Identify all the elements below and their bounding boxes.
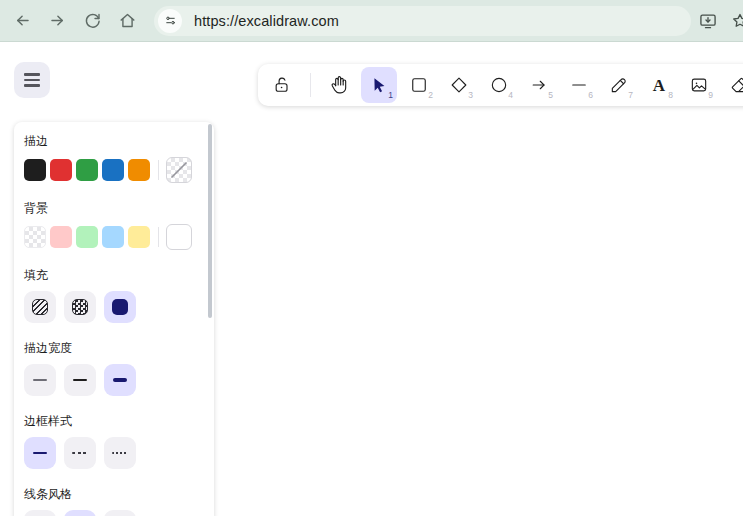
- stroke-style-solid-button[interactable]: [24, 437, 56, 469]
- url-text[interactable]: https://excalidraw.com: [194, 13, 339, 29]
- site-settings-button[interactable]: [158, 9, 182, 33]
- tool-diamond[interactable]: 3: [441, 67, 477, 103]
- tool-image[interactable]: 9: [681, 67, 717, 103]
- crosshatch-icon: [72, 299, 88, 315]
- solid-fill-icon: [112, 299, 128, 315]
- eraser-icon: [729, 75, 743, 95]
- background-swatch-transparent[interactable]: [24, 226, 46, 248]
- stroke-style-dotted-button[interactable]: [104, 437, 136, 469]
- hand-icon: [329, 75, 349, 95]
- home-button[interactable]: [117, 11, 137, 31]
- tool-toolbar: 1 2 3 4 5 6 7 A 8 9: [258, 64, 743, 106]
- back-button[interactable]: [12, 11, 32, 31]
- fill-section: 填充: [24, 268, 204, 323]
- reload-icon: [83, 11, 102, 30]
- hachure-icon: [32, 299, 48, 315]
- forward-button[interactable]: [47, 11, 67, 31]
- properties-panel: 描边 背景 填充: [14, 122, 214, 516]
- home-icon: [118, 11, 137, 30]
- dotted-stroke-icon: [112, 452, 128, 454]
- stroke-color-section: 描边: [24, 134, 204, 183]
- swatch-divider: [158, 227, 159, 247]
- stroke-swatch-green[interactable]: [76, 159, 98, 181]
- selection-cursor-icon: [369, 75, 389, 95]
- ellipse-icon: [489, 75, 509, 95]
- stroke-swatch-orange[interactable]: [128, 159, 150, 181]
- tool-text[interactable]: A 8: [641, 67, 677, 103]
- rectangle-icon: [409, 75, 429, 95]
- forward-arrow-icon: [48, 11, 67, 30]
- fill-solid-button[interactable]: [104, 291, 136, 323]
- tool-hand[interactable]: [321, 67, 357, 103]
- background-swatch-green[interactable]: [76, 226, 98, 248]
- sloppiness-architect-button[interactable]: [24, 510, 56, 516]
- stroke-style-section: 边框样式: [24, 414, 204, 469]
- browser-toolbar: https://excalidraw.com: [0, 0, 743, 42]
- tool-selection[interactable]: 1: [361, 67, 397, 103]
- toolbar-divider: [310, 73, 311, 97]
- fill-section-label: 填充: [24, 268, 204, 282]
- lock-open-icon: [272, 75, 292, 95]
- sloppiness-cartoonist-button[interactable]: [104, 510, 136, 516]
- back-arrow-icon: [13, 11, 32, 30]
- background-color-section: 背景: [24, 201, 204, 250]
- stroke-width-section-label: 描边宽度: [24, 341, 204, 355]
- stroke-section-label: 描边: [24, 134, 204, 148]
- stroke-width-section: 描边宽度: [24, 341, 204, 396]
- stroke-active-color-button[interactable]: [166, 157, 192, 183]
- install-app-button[interactable]: [698, 11, 718, 31]
- fill-hachure-button[interactable]: [24, 291, 56, 323]
- stroke-style-dashed-button[interactable]: [64, 437, 96, 469]
- hamburger-icon: [24, 73, 40, 75]
- arrow-icon: [529, 75, 549, 95]
- tool-rectangle[interactable]: 2: [401, 67, 437, 103]
- solid-stroke-icon: [33, 452, 47, 455]
- panel-scrollbar[interactable]: [208, 124, 212, 318]
- stroke-width-extrabold-button[interactable]: [104, 364, 136, 396]
- stroke-swatch-blue[interactable]: [102, 159, 124, 181]
- diamond-icon: [449, 75, 469, 95]
- background-section-label: 背景: [24, 201, 204, 215]
- tool-draw[interactable]: 7: [601, 67, 637, 103]
- tool-lock[interactable]: [264, 67, 300, 103]
- stroke-style-section-label: 边框样式: [24, 414, 204, 428]
- text-tool-icon: A: [653, 77, 665, 94]
- sloppiness-artist-button[interactable]: [64, 510, 96, 516]
- line-icon: [569, 75, 589, 95]
- stroke-width-bold-button[interactable]: [64, 364, 96, 396]
- address-bar[interactable]: https://excalidraw.com: [154, 6, 691, 36]
- sloppiness-section-label: 线条风格: [24, 487, 204, 501]
- tune-icon: [163, 13, 178, 28]
- background-swatch-blue[interactable]: [102, 226, 124, 248]
- transparent-slash-icon: [167, 158, 191, 182]
- bold-line-icon: [73, 379, 87, 382]
- reload-button[interactable]: [82, 11, 102, 31]
- bookmark-button[interactable]: [730, 11, 743, 31]
- fill-crosshatch-button[interactable]: [64, 291, 96, 323]
- extra-bold-line-icon: [113, 378, 127, 382]
- tool-ellipse[interactable]: 4: [481, 67, 517, 103]
- dashed-stroke-icon: [72, 452, 88, 454]
- bookmark-star-icon: [730, 11, 743, 31]
- stroke-swatch-red[interactable]: [50, 159, 72, 181]
- background-swatch-pink[interactable]: [50, 226, 72, 248]
- swatch-divider: [158, 160, 159, 180]
- stroke-width-thin-button[interactable]: [24, 364, 56, 396]
- tool-line[interactable]: 6: [561, 67, 597, 103]
- tool-arrow[interactable]: 5: [521, 67, 557, 103]
- background-active-color-button[interactable]: [166, 224, 192, 250]
- sloppiness-section: 线条风格: [24, 487, 204, 516]
- main-menu-button[interactable]: [14, 62, 50, 98]
- install-app-icon: [698, 11, 718, 31]
- pencil-icon: [609, 75, 629, 95]
- stroke-swatch-black[interactable]: [24, 159, 46, 181]
- tool-eraser[interactable]: 0: [721, 67, 743, 103]
- background-swatch-yellow[interactable]: [128, 226, 150, 248]
- thin-line-icon: [33, 379, 47, 381]
- image-icon: [689, 75, 709, 95]
